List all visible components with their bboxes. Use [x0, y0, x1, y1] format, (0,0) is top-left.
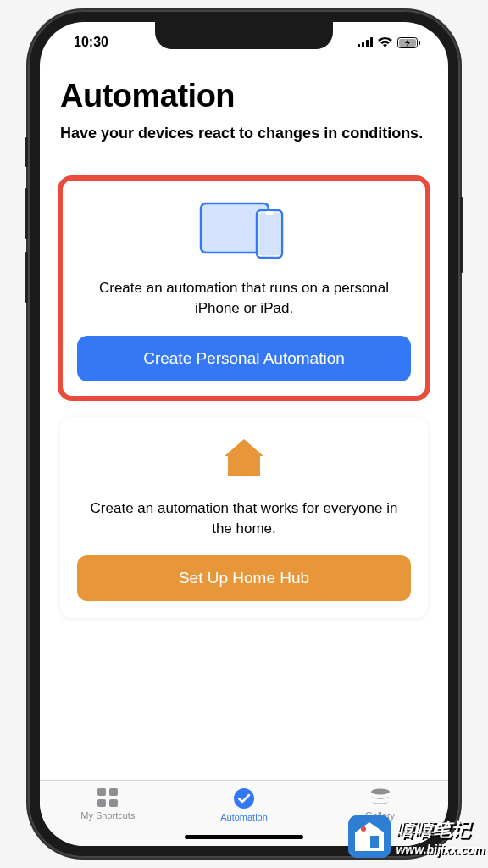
home-icon [77, 437, 411, 480]
svg-rect-9 [259, 213, 280, 256]
page-subtitle: Have your devices react to changes in co… [60, 123, 428, 144]
set-up-home-hub-button[interactable]: Set Up Home Hub [77, 555, 411, 601]
watermark-url: www.bijixx.com [396, 843, 485, 856]
svg-rect-0 [358, 44, 360, 47]
tab-label: My Shortcuts [80, 810, 135, 821]
stack-icon [369, 787, 391, 808]
grid-icon [97, 787, 119, 808]
svg-rect-6 [419, 41, 420, 45]
devices-icon [77, 198, 411, 259]
svg-rect-12 [109, 788, 118, 796]
svg-rect-10 [265, 211, 274, 215]
cellular-icon [358, 37, 373, 47]
svg-point-18 [361, 826, 366, 832]
tab-my-shortcuts[interactable]: My Shortcuts [40, 781, 176, 846]
svg-rect-2 [366, 40, 369, 47]
svg-rect-13 [97, 799, 106, 807]
svg-rect-19 [370, 836, 379, 848]
svg-rect-14 [109, 799, 118, 807]
watermark-title: 嘻嘻笔记 [396, 817, 485, 843]
page-title: Automation [60, 78, 428, 114]
svg-rect-1 [362, 42, 364, 47]
home-automation-card: Create an automation that works for ever… [60, 417, 428, 619]
battery-charging-icon [397, 37, 421, 48]
clock-check-icon [233, 787, 255, 810]
status-icons [358, 37, 421, 48]
svg-point-16 [371, 789, 390, 795]
screen: 10:30 Automation Have your devices react… [40, 22, 448, 846]
wifi-icon [378, 37, 392, 47]
watermark-text: 嘻嘻笔记 www.bijixx.com [396, 817, 485, 856]
personal-automation-card: Create an automation that runs on a pers… [60, 178, 428, 398]
status-time: 10:30 [74, 35, 108, 50]
mute-switch [25, 137, 28, 167]
watermark: 嘻嘻笔记 www.bijixx.com [348, 815, 485, 858]
phone-frame: 10:30 Automation Have your devices react… [28, 10, 460, 858]
tab-label: Automation [220, 812, 268, 822]
home-card-description: Create an automation that works for ever… [77, 498, 411, 539]
svg-rect-11 [97, 788, 106, 796]
main-content: Automation Have your devices react to ch… [40, 63, 448, 780]
watermark-logo-icon [348, 815, 391, 858]
power-button [460, 197, 463, 273]
notch [155, 22, 333, 49]
personal-card-description: Create an automation that runs on a pers… [77, 278, 411, 319]
home-indicator[interactable] [185, 835, 303, 839]
svg-point-15 [234, 788, 254, 809]
create-personal-automation-button[interactable]: Create Personal Automation [77, 336, 411, 381]
volume-up-button [25, 188, 28, 239]
volume-down-button [25, 252, 28, 303]
svg-rect-3 [370, 37, 373, 47]
